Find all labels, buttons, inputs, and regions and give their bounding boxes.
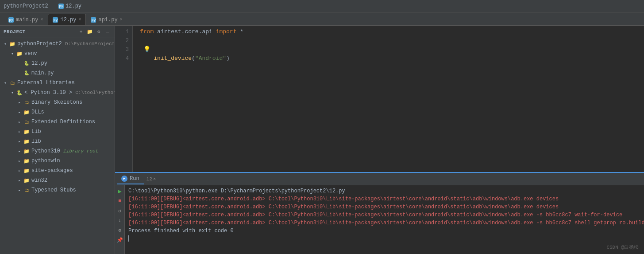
sidebar-item-external-libs[interactable]: 🗂 External Libraries: [0, 78, 115, 88]
tab-apipy[interactable]: py api.py ×: [86, 14, 127, 25]
sidebar-item-12py[interactable]: 🐍 12.py: [0, 59, 115, 68]
label-pythonproject2: pythonProject2 D:\PycharmProjects\p: [17, 41, 115, 47]
arrow-py310: [9, 89, 16, 96]
tab-12py[interactable]: py 12.py ×: [48, 14, 86, 25]
tab-12py-close[interactable]: ×: [78, 17, 81, 22]
sidebar-item-pythonproject2[interactable]: 📁 pythonProject2 D:\PycharmProjects\p: [0, 39, 115, 49]
bulb-hint-icon: 💡: [143, 45, 150, 54]
paren-close: ): [226, 54, 230, 63]
line-num-3: 3: [115, 45, 132, 54]
sidebar-settings-btn[interactable]: ⚙: [95, 28, 102, 35]
folder-icon-lib: 📁: [23, 138, 30, 145]
folder-icon-venv: 📁: [16, 50, 23, 57]
arrow-mainpy: [16, 70, 23, 77]
console-finished: Process finished with exit code 0: [128, 227, 640, 235]
console-output: C:\tool\Python310\python.exe D:\PycharmP…: [125, 185, 644, 254]
arrow-binary-skeletons: [16, 99, 23, 106]
sidebar-item-python310[interactable]: 🐍 < Python 3.10 > C:\tool\Python310: [0, 88, 115, 98]
folder-icon-pythonwin: 📁: [23, 157, 30, 164]
sidebar-item-site-packages[interactable]: 📁 site-packages: [0, 166, 115, 176]
folder-icon-dlls: 📁: [23, 109, 30, 116]
sidebar-item-lib[interactable]: 📁 lib: [0, 137, 115, 146]
console-debug-4: [16:11:00][DEBUG]<airtest.core.android.a…: [128, 219, 640, 227]
arrow-12py: [16, 60, 23, 67]
arrow-ext-libs: [2, 79, 9, 86]
arrow-pythonwin: [16, 157, 23, 164]
code-line-2: [140, 36, 644, 45]
rerun-button[interactable]: ↺: [116, 207, 124, 215]
bottom-panel: ▶ Run 12 × ▶ ■ ↺ ↓ ⚙ 📌 C:\tool\Py: [115, 172, 644, 254]
label-dlls: DLLs: [31, 109, 44, 115]
console-debug-3: [16:11:00][DEBUG]<airtest.core.android.a…: [128, 211, 640, 219]
run-config-close[interactable]: ×: [153, 176, 156, 182]
sidebar-item-mainpy[interactable]: 🐍 main.py: [0, 68, 115, 78]
tab-mainpy-close[interactable]: ×: [40, 17, 43, 22]
arrow-typeshed: [16, 187, 23, 194]
folder-icon-lib-cap: 📁: [23, 128, 30, 135]
arrow-python310-root: [16, 148, 23, 155]
code-line-1: from airtest.core.api import *: [140, 27, 644, 36]
sidebar-toolbar: + 📁 ⚙ —: [77, 28, 111, 35]
arrow-win32: [16, 177, 23, 184]
label-binary-skeletons: Binary Skeletons: [31, 99, 82, 106]
py-icon-mainpy: 🐍: [23, 70, 30, 77]
sidebar-item-typeshed[interactable]: 🗂 Typeshed Stubs: [0, 185, 115, 195]
title-sep: –: [52, 3, 55, 9]
arrow-site-packages: [16, 167, 23, 174]
sidebar-new-folder-btn[interactable]: 📁: [86, 28, 93, 35]
code-line-4: init_device("Android"): [140, 54, 644, 63]
sidebar-item-python310-root[interactable]: 📁 Python310 library root: [0, 146, 115, 156]
kw-star: *: [236, 27, 243, 36]
label-site-packages: site-packages: [31, 168, 73, 174]
sidebar-item-pythonwin[interactable]: 📁 pythonwin: [0, 156, 115, 166]
label-typeshed: Typeshed Stubs: [31, 187, 76, 193]
arrow-lib-cap: [16, 128, 23, 135]
title-file-name: 12.py: [66, 3, 81, 9]
tab-bar: py main.py × py 12.py × py api.py ×: [0, 12, 644, 26]
sidebar-item-extended-defs[interactable]: 🗂 Extended Definitions: [0, 117, 115, 127]
label-python310: < Python 3.10 > C:\tool\Python310: [24, 90, 115, 96]
label-python310-root: Python310 library root: [31, 148, 98, 154]
tab-apipy-label: api.py: [98, 17, 117, 23]
label-mainpy: main.py: [31, 70, 54, 76]
console-debug-1: [16:11:00][DEBUG]<airtest.core.android.a…: [128, 195, 640, 203]
title-file: py 12.py: [58, 3, 81, 9]
arrow-venv: [9, 50, 16, 57]
sidebar-item-lib-cap[interactable]: 📁 Lib: [0, 127, 115, 137]
scroll-down-button[interactable]: ↓: [116, 216, 124, 224]
editor-content: 1 2 3 4 from airtest.core.api import * 💡…: [115, 26, 644, 172]
pin-button[interactable]: 📌: [116, 236, 124, 244]
watermark: CSDN @白杨松: [606, 244, 639, 250]
bottom-run-area: ▶ ■ ↺ ↓ ⚙ 📌 C:\tool\Python310\python.exe…: [115, 185, 644, 254]
code-editor[interactable]: from airtest.core.api import * 💡 init_de…: [133, 26, 644, 172]
string-android: "Android": [195, 54, 226, 63]
folder-icon-extended: 🗂: [23, 118, 30, 125]
python-icon: py: [58, 4, 64, 9]
run-config-label: 12: [147, 176, 152, 182]
sidebar-collapse-btn[interactable]: —: [104, 28, 111, 35]
sidebar-item-win32[interactable]: 📁 win32: [0, 176, 115, 185]
module-name: airtest.core.api: [157, 27, 212, 36]
stop-button[interactable]: ■: [116, 197, 124, 205]
sidebar-item-binary-skeletons[interactable]: 🗂 Binary Skeletons: [0, 98, 115, 107]
sidebar-new-file-btn[interactable]: +: [77, 28, 85, 35]
tab-apipy-close[interactable]: ×: [120, 17, 123, 22]
settings-run-button[interactable]: ⚙: [116, 226, 124, 234]
console-cmd-line: C:\tool\Python310\python.exe D:\PycharmP…: [128, 187, 640, 195]
run-tab-label: Run: [130, 176, 139, 182]
func-init-device: init_device: [140, 54, 192, 63]
label-external-libs: External Libraries: [17, 80, 75, 86]
sidebar-item-dlls[interactable]: 📁 DLLs: [0, 107, 115, 117]
bottom-tab-bar: ▶ Run 12 ×: [115, 173, 644, 185]
console-debug-2: [16:11:00][DEBUG]<airtest.core.android.a…: [128, 203, 640, 211]
label-lib: lib: [31, 138, 41, 145]
run-button[interactable]: ▶: [116, 187, 124, 195]
py-icon-12py: 🐍: [23, 60, 30, 67]
line-num-1: 1: [115, 27, 132, 36]
tab-run[interactable]: ▶ Run: [117, 174, 144, 184]
sidebar-item-venv[interactable]: 📁 venv: [0, 49, 115, 59]
kw-import: import: [212, 27, 237, 36]
apipy-icon: py: [91, 17, 96, 23]
folder-icon-pythonproject2: 📁: [9, 40, 16, 47]
tab-mainpy[interactable]: py main.py ×: [4, 14, 48, 25]
